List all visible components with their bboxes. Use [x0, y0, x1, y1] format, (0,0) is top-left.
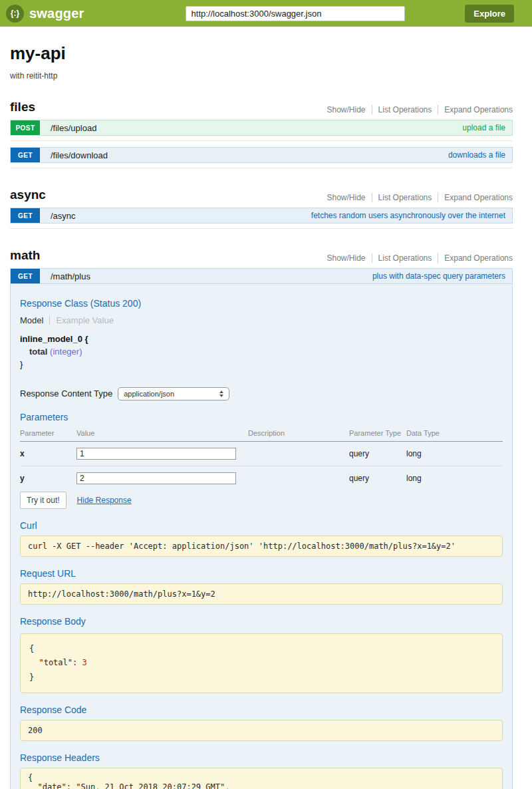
get-method-badge: GET [11, 148, 40, 162]
param-type: query [349, 466, 406, 490]
curl-heading: Curl [20, 520, 503, 531]
section-header-math: math Show/Hide List Operations Expand Op… [10, 248, 513, 263]
response-content-type-label: Response Content Type [20, 389, 112, 398]
operation-row-get-math-plus[interactable]: GET /math/plus plus with data-spec query… [10, 268, 513, 284]
select-updown-icon [219, 391, 223, 397]
response-content-type-row: Response Content Type application/json [20, 387, 503, 400]
section-links-math: Show/Hide List Operations Expand Operati… [321, 253, 513, 263]
list-operations-link[interactable]: List Operations [372, 253, 438, 263]
get-method-badge: GET [11, 208, 40, 223]
brand-name: swagger [29, 6, 84, 21]
param-x-input[interactable] [76, 448, 236, 460]
operation-path-link[interactable]: /files/upload [40, 120, 96, 135]
col-parameter-type: Parameter Type [349, 427, 406, 442]
operation-path-link[interactable]: /async [40, 208, 76, 223]
param-description [248, 441, 349, 466]
param-type: query [349, 441, 406, 466]
response-body-box: { "total": 3} [20, 633, 503, 694]
list-operations-link[interactable]: List Operations [372, 193, 438, 202]
section-title-files: files [10, 100, 35, 114]
selected-content-type: application/json [124, 390, 174, 398]
operation-separator [10, 228, 513, 229]
response-class-heading: Response Class (Status 200) [20, 298, 503, 309]
expand-operations-link[interactable]: Expand Operations [438, 253, 513, 263]
curl-command-box: curl -X GET --header 'Accept: applicatio… [20, 536, 503, 557]
param-y-input[interactable] [76, 472, 236, 484]
response-headers-box: { "date": "Sun, 21 Oct 2018 20:07:29 GMT… [20, 768, 503, 789]
operation-separator [10, 168, 513, 168]
get-method-badge: GET [11, 269, 40, 283]
operation-summary-link[interactable]: plus with data-spec query parameters [372, 269, 512, 283]
param-name: x [20, 441, 76, 466]
json-total-line: "total": 3 [29, 656, 493, 671]
operation-summary-link[interactable]: downloads a file [448, 148, 512, 162]
json-number-value: 3 [82, 658, 86, 667]
model-closing-brace: } [20, 359, 503, 371]
section-header-files: files Show/Hide List Operations Expand O… [10, 100, 513, 114]
operation-detail-panel: Response Class (Status 200) Model Exampl… [10, 284, 513, 789]
swagger-logo-icon: {:} [6, 5, 24, 23]
main-content: my-api with reitit-http files Show/Hide … [0, 43, 532, 789]
operation-summary-link[interactable]: upload a file [462, 120, 512, 135]
param-data-type: long [406, 441, 503, 466]
expand-operations-link[interactable]: Expand Operations [438, 105, 513, 114]
hide-response-link[interactable]: Hide Response [77, 496, 132, 505]
show-hide-link[interactable]: Show/Hide [321, 193, 372, 202]
operation-summary-link[interactable]: fetches random users asynchronously over… [311, 208, 512, 223]
operation-separator [10, 140, 513, 141]
api-url-input[interactable] [186, 6, 405, 21]
try-it-row: Try it out! Hide Response [20, 492, 503, 509]
post-method-badge: POST [11, 120, 40, 135]
response-headers-heading: Response Headers [20, 752, 503, 763]
json-close-brace: } [29, 671, 493, 685]
try-it-out-button[interactable]: Try it out! [20, 492, 66, 509]
tab-example-value[interactable]: Example Value [49, 315, 113, 325]
model-property-name: total [29, 347, 47, 357]
swagger-brand[interactable]: {:} swagger [6, 5, 84, 23]
response-code-heading: Response Code [20, 705, 503, 715]
operation-row-post-files-upload[interactable]: POST /files/upload upload a file [10, 120, 513, 136]
col-parameter: Parameter [20, 427, 76, 442]
parameter-row-y: y query long [20, 466, 503, 490]
parameters-heading: Parameters [20, 412, 503, 422]
top-header-bar: {:} swagger Explore [0, 0, 532, 27]
model-tabs: Model Example Value [20, 315, 503, 325]
expand-operations-link[interactable]: Expand Operations [438, 193, 513, 202]
model-signature: inline_model_0 { total (integer) } [20, 333, 503, 371]
response-content-type-select[interactable]: application/json [118, 387, 229, 400]
col-description: Description [248, 427, 349, 442]
request-url-box: http://localhost:3000/math/plus?x=1&y=2 [20, 583, 503, 605]
tab-model[interactable]: Model [20, 315, 49, 325]
section-header-async: async Show/Hide List Operations Expand O… [10, 188, 513, 202]
param-description [248, 466, 349, 490]
operation-row-get-files-download[interactable]: GET /files/download downloads a file [10, 147, 513, 163]
parameters-table: Parameter Value Description Parameter Ty… [20, 427, 503, 490]
col-data-type: Data Type [406, 427, 503, 442]
param-data-type: long [406, 466, 503, 490]
response-body-heading: Response Body [20, 616, 503, 627]
parameter-row-x: x query long [20, 441, 503, 466]
model-name: inline_model_0 { [20, 333, 503, 346]
model-property-type: (integer) [50, 347, 82, 357]
param-name: y [20, 466, 76, 490]
json-open-brace: { [29, 642, 493, 657]
list-operations-link[interactable]: List Operations [372, 105, 438, 114]
show-hide-link[interactable]: Show/Hide [321, 105, 372, 114]
section-links-files: Show/Hide List Operations Expand Operati… [321, 105, 513, 114]
operation-path-link[interactable]: /files/download [40, 148, 108, 162]
api-description: with reitit-http [10, 71, 513, 80]
section-title-async: async [10, 188, 46, 202]
explore-button[interactable]: Explore [465, 5, 514, 23]
response-code-box: 200 [20, 720, 503, 741]
section-title-math: math [10, 248, 40, 263]
show-hide-link[interactable]: Show/Hide [321, 253, 372, 263]
operation-path-link[interactable]: /math/plus [40, 269, 90, 283]
section-links-async: Show/Hide List Operations Expand Operati… [321, 193, 513, 202]
operation-row-get-async[interactable]: GET /async fetches random users asynchro… [10, 208, 513, 224]
request-url-heading: Request URL [20, 568, 503, 579]
api-title: my-api [10, 43, 513, 64]
col-value: Value [76, 427, 248, 442]
